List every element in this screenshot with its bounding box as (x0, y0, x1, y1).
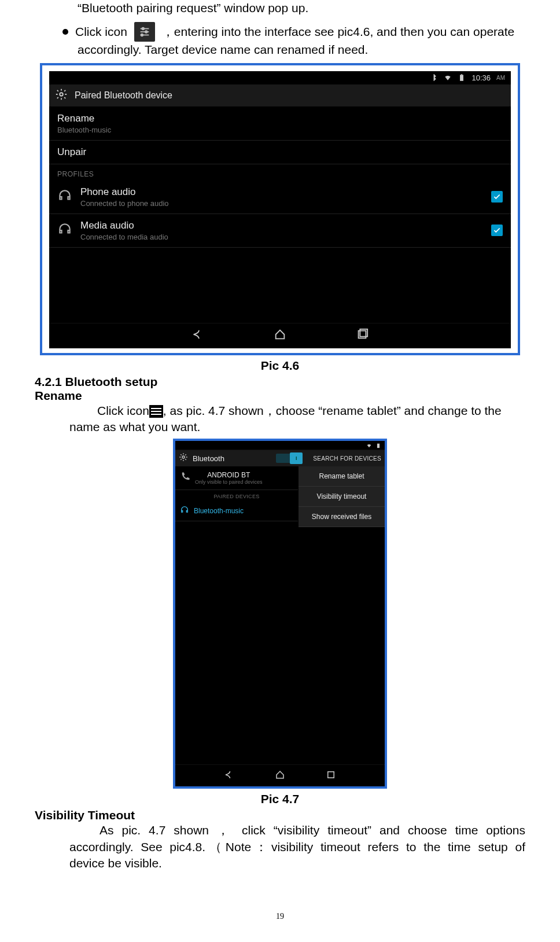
caption-4-7: Pic 4.7 (35, 792, 525, 806)
overflow-menu: Rename tablet Visibility timeout Show re… (298, 466, 385, 527)
phone-audio-sub: Connected to phone audio (80, 199, 483, 208)
back-icon[interactable] (224, 770, 234, 782)
bullet-text-pre: Click icon (75, 24, 127, 40)
svg-point-8 (60, 93, 63, 96)
rename-sub: Bluetooth-music (57, 126, 503, 134)
unpair-row[interactable]: Unpair (49, 141, 511, 164)
paired-device-row[interactable]: Bluetooth-music (175, 501, 298, 521)
svg-rect-7 (461, 74, 462, 75)
screenshot-4-7: Bluetooth I SEARCH FOR DEVICES ANDROID B… (173, 439, 387, 789)
media-audio-checkbox[interactable] (491, 225, 503, 236)
intro-line: “Bluetooth pairing request” window pop u… (78, 0, 525, 16)
menu-item-visibility-timeout[interactable]: Visibility timeout (299, 487, 385, 507)
back-icon[interactable] (191, 328, 204, 343)
menu-icon (149, 405, 163, 418)
phone-audio-row[interactable]: Phone audio Connected to phone audio (49, 181, 511, 214)
media-audio-row[interactable]: Media audio Connected to media audio (49, 214, 511, 248)
menu-item-rename-tablet[interactable]: Rename tablet (299, 466, 385, 487)
visibility-heading: Visibility Timeout (35, 808, 525, 822)
profiles-section-label: PROFILES (49, 164, 511, 181)
home-icon[interactable] (275, 770, 285, 782)
phone-nav-bar (175, 764, 385, 786)
rename-label: Rename (57, 113, 503, 124)
this-device-row[interactable]: ANDROID BT Only visible to paired device… (175, 466, 298, 490)
phone-status-bar (175, 441, 385, 450)
settings-icon[interactable] (179, 452, 188, 464)
rename-row[interactable]: Rename Bluetooth-music (49, 107, 511, 141)
phone-audio-title: Phone audio (80, 186, 483, 198)
status-bar: 10:36 AM (49, 71, 511, 84)
headphones-icon (57, 222, 72, 239)
toggle-knob: I (290, 452, 303, 464)
section-heading: 4.2.1 Bluetooth setup (35, 375, 525, 389)
svg-point-5 (141, 34, 143, 36)
bullet-text-post: ，entering into the interface see pic4.6,… (162, 24, 514, 40)
rename-heading: Rename (35, 389, 525, 403)
media-audio-title: Media audio (80, 220, 483, 231)
search-devices-label[interactable]: SEARCH FOR DEVICES (313, 455, 381, 462)
bluetooth-icon (430, 73, 438, 82)
bullet-item: Click icon ，entering into the interface … (60, 22, 525, 42)
wifi-icon (366, 443, 372, 448)
battery-icon (375, 443, 381, 448)
phone-appbar-title: Bluetooth (193, 454, 224, 463)
sliders-icon (134, 22, 155, 42)
bluetooth-toggle[interactable]: I (276, 454, 303, 463)
phone-audio-checkbox[interactable] (491, 191, 503, 203)
svg-point-12 (182, 456, 185, 458)
nav-bar (49, 323, 511, 348)
caption-4-6: Pic 4.6 (35, 359, 525, 373)
rename-text-pre: Click icon (97, 404, 149, 417)
svg-rect-6 (460, 75, 464, 82)
svg-point-1 (142, 28, 144, 30)
visibility-line1: As pic. 4.7 shown ， click “visibility ti… (69, 822, 525, 838)
rename-body-row: Click icon, as pic. 4.7 shown，choose “re… (97, 403, 525, 419)
screenshot-4-6: 10:36 AM Paired Bluetooth device Rename … (40, 63, 520, 355)
svg-rect-13 (328, 772, 334, 778)
blank-area (175, 527, 385, 764)
settings-icon[interactable] (55, 88, 68, 103)
bullet-dot-icon (62, 29, 68, 35)
page-number: 19 (35, 912, 525, 921)
wifi-icon (444, 73, 452, 82)
visibility-line2: accordingly. See pic4.8.（Note：visibility… (69, 839, 525, 855)
device-title: ANDROID BT (195, 471, 263, 479)
rename-text-cont: name as what you want. (69, 419, 525, 435)
phone-app-bar: Bluetooth I SEARCH FOR DEVICES (175, 450, 385, 466)
device-sub: Only visible to paired devices (195, 479, 263, 485)
status-time: 10:36 (471, 73, 491, 82)
unpair-label: Unpair (57, 146, 503, 158)
menu-item-show-received-files[interactable]: Show received files (299, 507, 385, 527)
visibility-line3: device be visible. (69, 855, 525, 871)
blank-area (49, 248, 511, 323)
paired-device-name: Bluetooth-music (194, 507, 244, 515)
bullet-text-cont: accordingly. Target device name can rena… (78, 42, 525, 58)
battery-icon (458, 73, 466, 82)
recents-icon[interactable] (356, 328, 369, 343)
home-icon[interactable] (274, 328, 286, 343)
svg-point-3 (145, 31, 148, 34)
status-ampm: AM (496, 75, 505, 81)
recents-icon[interactable] (326, 770, 336, 782)
svg-rect-11 (377, 444, 380, 448)
phone-icon (180, 472, 190, 484)
headphones-icon (180, 505, 189, 516)
appbar-title: Paired Bluetooth device (75, 90, 172, 101)
app-bar: Paired Bluetooth device (49, 84, 511, 107)
paired-section-label: PAIRED DEVICES (175, 490, 298, 501)
headphones-icon (57, 188, 72, 205)
media-audio-sub: Connected to media audio (80, 233, 483, 241)
rename-text-post: , as pic. 4.7 shown，choose “rename table… (163, 404, 502, 417)
